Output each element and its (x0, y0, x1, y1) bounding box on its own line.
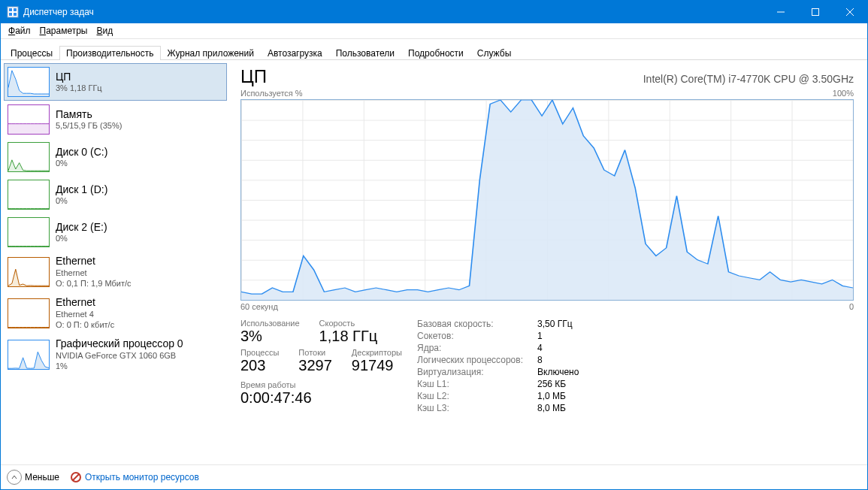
menubar: Файл Параметры Вид (1, 23, 867, 39)
sidebar-title: Диск 2 (E:) (56, 221, 107, 234)
processes-label: Процессы (240, 348, 279, 357)
sidebar-title: Диск 0 (C:) (56, 146, 107, 159)
base-speed-label: Базовая скорость: (417, 319, 537, 329)
axis-top-left: Используется % (240, 89, 303, 98)
chevron-up-icon[interactable] (7, 470, 22, 485)
tabstrip: Процессы Производительность Журнал прило… (1, 39, 867, 60)
l2-value: 1,0 МБ (537, 391, 566, 401)
window-title: Диспетчер задач (23, 7, 94, 17)
sockets-label: Сокетов: (417, 331, 537, 341)
axis-top-right: 100% (833, 89, 854, 98)
virtualization-label: Виртуализация: (417, 367, 537, 377)
svg-rect-3 (9, 13, 12, 16)
svg-rect-6 (812, 9, 819, 16)
l3-label: Кэш L3: (417, 403, 537, 413)
cpu-chart[interactable] (240, 99, 854, 301)
sidebar-sub2: О: 0,1 П: 1,9 Мбит/с (56, 279, 132, 289)
resmon-icon (70, 471, 82, 483)
uptime-label: Время работы (240, 380, 402, 389)
processes-value: 203 (240, 357, 279, 374)
sidebar-sub: 0% (56, 234, 107, 243)
uptime-value: 0:00:47:46 (240, 389, 402, 407)
open-resmon-link[interactable]: Открыть монитор ресурсов (85, 472, 199, 482)
handles-value: 91749 (352, 357, 402, 374)
page-title: ЦП (240, 66, 267, 87)
sockets-value: 1 (537, 331, 543, 341)
l3-value: 8,0 МБ (537, 403, 566, 413)
sidebar-item-5[interactable]: EthernetEthernetО: 0,1 П: 1,9 Мбит/с (4, 251, 227, 292)
sidebar-item-7[interactable]: Графический процессор 0NVIDIA GeForce GT… (4, 334, 227, 375)
svg-rect-1 (9, 8, 12, 11)
sidebar-sub: Ethernet 4 (56, 310, 114, 319)
sidebar-title: Графический процессор 0 (56, 337, 183, 350)
sidebar-item-0[interactable]: ЦП3% 1,18 ГГц (4, 63, 227, 101)
svg-rect-2 (14, 8, 17, 11)
sidebar-thumb (8, 142, 50, 172)
maximize-button[interactable] (798, 1, 833, 23)
tab-startup[interactable]: Автозагрузка (261, 46, 329, 60)
sidebar-item-4[interactable]: Диск 2 (E:)0% (4, 213, 227, 251)
sidebar-item-2[interactable]: Диск 0 (C:)0% (4, 138, 227, 176)
menu-file[interactable]: Файл (4, 25, 35, 37)
utilization-label: Использование (240, 319, 300, 328)
sidebar[interactable]: ЦП3% 1,18 ГГцПамять5,5/15,9 ГБ (35%)Диск… (1, 60, 227, 464)
cores-label: Ядра: (417, 343, 537, 353)
base-speed-value: 3,50 ГГц (537, 319, 573, 329)
l1-label: Кэш L1: (417, 379, 537, 389)
menu-options[interactable]: Параметры (35, 25, 92, 37)
sidebar-title: Диск 1 (D:) (56, 183, 107, 196)
stats-right: Базовая скорость:3,50 ГГц Сокетов:1 Ядра… (417, 319, 579, 413)
handles-label: Дескрипторы (352, 348, 402, 357)
speed-label: Скорость (319, 319, 378, 328)
utilization-value: 3% (240, 328, 300, 345)
sidebar-thumb (8, 298, 50, 328)
sidebar-sub: 0% (56, 196, 107, 206)
body: ЦП3% 1,18 ГГцПамять5,5/15,9 ГБ (35%)Диск… (1, 60, 867, 464)
tab-users[interactable]: Пользователи (329, 46, 401, 60)
axis-bottom-left: 60 секунд (240, 302, 278, 311)
sidebar-title: Память (56, 108, 122, 121)
sidebar-sub2: 1% (56, 361, 183, 371)
virtualization-value: Включено (537, 367, 579, 377)
sidebar-sub: 0% (56, 159, 107, 168)
svg-line-10 (73, 474, 79, 480)
sidebar-sub: NVIDIA GeForce GTX 1060 6GB (56, 351, 183, 361)
l1-value: 256 КБ (537, 379, 566, 389)
sidebar-sub: Ethernet (56, 268, 132, 278)
sidebar-thumb (8, 104, 50, 135)
sidebar-thumb (8, 180, 50, 210)
sidebar-sub: 5,5/15,9 ГБ (35%) (56, 121, 122, 131)
threads-label: Потоки (298, 348, 332, 357)
logical-value: 8 (537, 355, 543, 365)
close-button[interactable] (833, 1, 867, 23)
tab-processes[interactable]: Процессы (4, 46, 59, 60)
speed-value: 1,18 ГГц (319, 328, 378, 345)
minimize-button[interactable] (764, 1, 798, 23)
sidebar-item-6[interactable]: EthernetEthernet 4О: 0 П: 0 кбит/с (4, 292, 227, 334)
tab-performance[interactable]: Производительность (59, 46, 160, 60)
stats: Использование 3% Скорость 1,18 ГГц Проце… (240, 319, 854, 413)
footer: Меньше Открыть монитор ресурсов (1, 464, 867, 489)
cpu-model: Intel(R) Core(TM) i7-4770K CPU @ 3.50GHz (643, 73, 854, 85)
tab-services[interactable]: Службы (470, 46, 518, 60)
sidebar-item-3[interactable]: Диск 1 (D:)0% (4, 176, 227, 213)
tab-details[interactable]: Подробности (401, 46, 470, 60)
threads-value: 3297 (298, 357, 332, 374)
sidebar-thumb (8, 257, 50, 287)
sidebar-sub: 3% 1,18 ГГц (56, 83, 102, 93)
main-panel: ЦП Intel(R) Core(TM) i7-4770K CPU @ 3.50… (227, 60, 867, 464)
sidebar-item-1[interactable]: Память5,5/15,9 ГБ (35%) (4, 101, 227, 138)
logical-label: Логических процессоров: (417, 355, 537, 365)
sidebar-title: ЦП (56, 71, 102, 83)
titlebar[interactable]: Диспетчер задач (1, 1, 867, 23)
svg-rect-4 (14, 13, 17, 16)
l2-label: Кэш L2: (417, 391, 537, 401)
sidebar-title: Ethernet (56, 255, 132, 268)
tab-app-history[interactable]: Журнал приложений (161, 46, 261, 60)
fewer-details-button[interactable]: Меньше (25, 472, 59, 482)
axis-bottom-right: 0 (849, 302, 854, 311)
sidebar-thumb (8, 340, 50, 370)
menu-view[interactable]: Вид (92, 25, 117, 37)
window: Диспетчер задач Файл Параметры Вид Проце… (0, 0, 868, 490)
sidebar-thumb (8, 67, 50, 97)
